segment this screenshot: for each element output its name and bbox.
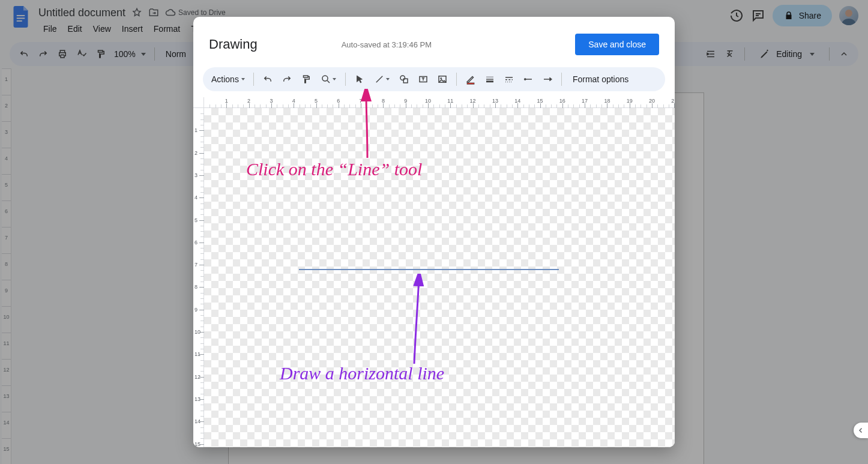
actions-label: Actions xyxy=(211,74,239,84)
svg-point-4 xyxy=(322,76,328,81)
svg-point-12 xyxy=(524,79,526,80)
actions-dropdown[interactable]: Actions xyxy=(208,72,249,86)
select-tool[interactable] xyxy=(351,71,369,88)
drawing-canvas-area: 123456789101112131415161718192021 123456… xyxy=(193,97,675,447)
undo-button[interactable] xyxy=(259,71,277,88)
line-weight-button[interactable] xyxy=(481,71,499,88)
annotation-line-tool: Click on the “Line” tool xyxy=(246,159,422,179)
line-color-button[interactable] xyxy=(462,71,480,88)
line-start-button[interactable] xyxy=(519,71,537,88)
format-options-button[interactable]: Format options xyxy=(567,74,634,84)
drawn-horizontal-line[interactable] xyxy=(299,269,559,270)
svg-line-5 xyxy=(376,76,383,83)
paint-format-button[interactable] xyxy=(297,71,315,88)
horizontal-ruler: 123456789101112131415161718192021 xyxy=(204,97,675,108)
drawing-toolbar: Actions Format options xyxy=(203,67,665,91)
line-tool[interactable] xyxy=(370,71,394,88)
vertical-ruler: 123456789101112131415 xyxy=(193,108,204,447)
redo-button[interactable] xyxy=(278,71,296,88)
shape-tool[interactable] xyxy=(395,71,413,88)
line-end-button[interactable] xyxy=(538,71,556,88)
svg-point-10 xyxy=(441,77,442,79)
line-dash-button[interactable] xyxy=(500,71,518,88)
zoom-dropdown[interactable] xyxy=(316,71,340,88)
side-panel-toggle[interactable] xyxy=(854,423,868,438)
save-and-close-button[interactable]: Save and close xyxy=(575,34,659,55)
annotation-draw-line: Draw a horizontal line xyxy=(280,363,444,384)
textbox-tool[interactable] xyxy=(414,71,432,88)
dialog-title: Drawing xyxy=(209,37,258,52)
image-tool[interactable] xyxy=(433,71,451,88)
autosave-status: Auto-saved at 3:19:46 PM xyxy=(342,40,432,49)
svg-rect-11 xyxy=(467,83,474,84)
ruler-corner xyxy=(193,97,204,108)
svg-point-6 xyxy=(400,76,405,80)
